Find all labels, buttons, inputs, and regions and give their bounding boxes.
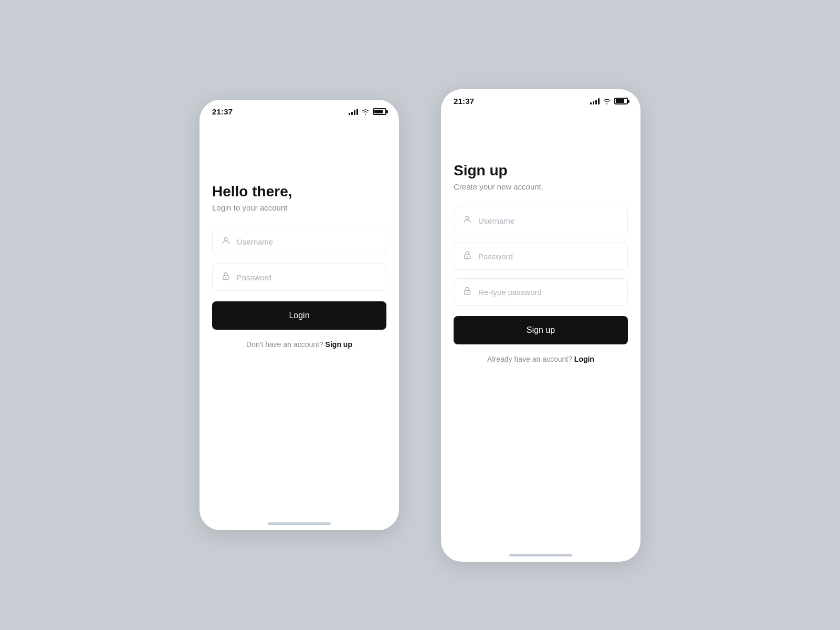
signup-retype-input[interactable] [478, 288, 619, 297]
svg-point-7 [467, 292, 468, 293]
signup-password-input[interactable] [478, 252, 619, 261]
signup-link[interactable]: Sign up [323, 340, 352, 349]
login-footer: Don't have an account? Sign up [212, 340, 386, 349]
signup-username-field[interactable] [454, 207, 628, 234]
battery-icon [373, 108, 386, 115]
signup-greeting: Sign up Create your new account. [454, 162, 628, 191]
login-password-field[interactable] [212, 264, 386, 291]
signup-status-bar: 21:37 [441, 89, 640, 110]
signup-password-field[interactable] [454, 243, 628, 270]
login-title: Hello there, [212, 183, 386, 200]
signup-signal-icon [590, 98, 600, 104]
login-content: Hello there, Login to your account [200, 120, 399, 524]
signup-wifi-icon [603, 98, 611, 104]
login-home-indicator [268, 522, 331, 525]
signup-time: 21:37 [454, 97, 474, 106]
login-time: 21:37 [212, 107, 233, 116]
login-button[interactable]: Login [212, 301, 386, 330]
signup-username-input[interactable] [478, 216, 619, 225]
svg-point-0 [224, 237, 227, 240]
login-status-icons [349, 108, 386, 115]
signup-subtitle: Create your new account. [454, 182, 628, 191]
svg-point-5 [467, 256, 468, 257]
signup-footer: Already have an account? Login [454, 355, 628, 363]
login-status-bar: 21:37 [200, 100, 399, 120]
login-username-field[interactable] [212, 228, 386, 255]
signup-button[interactable]: Sign up [454, 316, 628, 344]
wifi-icon [361, 109, 370, 115]
signup-battery-icon [614, 98, 628, 104]
login-link[interactable]: Login [572, 355, 594, 363]
signup-title: Sign up [454, 162, 628, 179]
login-greeting: Hello there, Login to your account [212, 183, 386, 212]
signup-retype-field[interactable] [454, 278, 628, 306]
signal-icon [349, 108, 358, 115]
signup-phone: 21:37 Sign up Create your new account. [441, 89, 640, 562]
person-icon [221, 236, 230, 247]
signup-home-indicator [509, 554, 572, 556]
login-password-input[interactable] [237, 273, 377, 282]
svg-point-2 [225, 277, 226, 278]
signup-footer-text: Already have an account? [487, 355, 572, 363]
login-footer-text: Don't have an account? [246, 340, 323, 349]
signup-status-icons [590, 98, 628, 104]
lock-icon [221, 271, 230, 283]
login-subtitle: Login to your account [212, 203, 386, 212]
signup-content: Sign up Create your new account. [441, 110, 640, 556]
svg-point-3 [466, 216, 469, 219]
signup-retype-lock-icon [463, 286, 472, 298]
signup-lock-icon [463, 250, 472, 262]
signup-person-icon [463, 215, 472, 226]
login-phone: 21:37 Hello there, Login to your account [200, 100, 399, 530]
login-username-input[interactable] [237, 237, 377, 246]
